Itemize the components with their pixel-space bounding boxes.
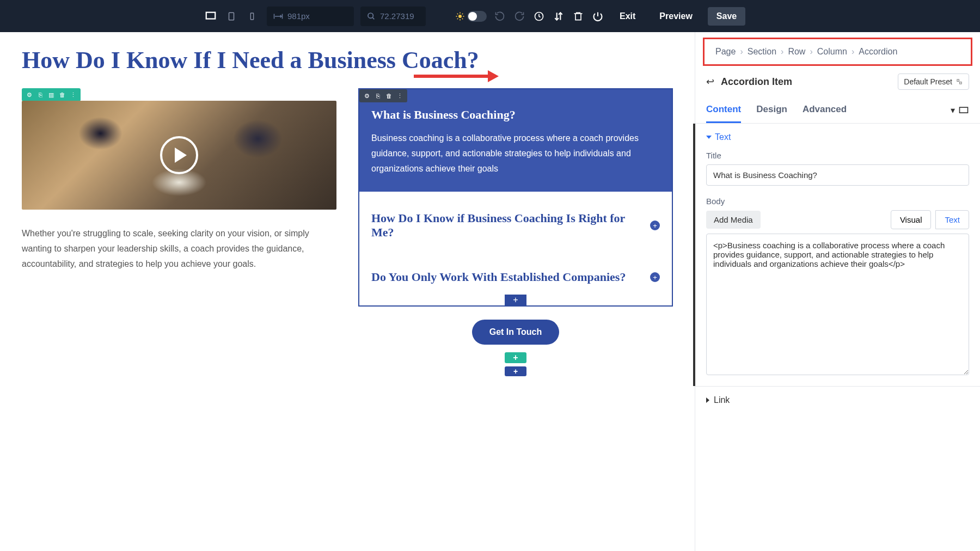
link-section-label: Link [714, 395, 730, 405]
triangle-down-icon [706, 136, 712, 139]
panel-title: Accordion Item [721, 76, 792, 88]
svg-rect-0 [206, 12, 216, 19]
page-title: How Do I Know If I Need a Business Coach… [22, 45, 673, 75]
history-icon[interactable] [532, 10, 546, 23]
save-button[interactable]: Save [708, 7, 745, 26]
svg-line-14 [462, 18, 463, 19]
expand-icon[interactable]: + [650, 221, 660, 230]
power-icon[interactable] [591, 10, 604, 23]
preset-button[interactable]: Default Preset [898, 74, 969, 90]
duplicate-icon[interactable]: ⎘ [36, 90, 45, 99]
svg-line-15 [457, 18, 458, 19]
mobile-device-icon[interactable] [244, 8, 260, 25]
play-button-icon[interactable] [160, 136, 198, 174]
section-toggle-text[interactable]: Text [706, 132, 969, 142]
breadcrumb-item[interactable]: Section [748, 47, 776, 57]
zoom-input[interactable]: 72.27319 [360, 7, 426, 26]
chevron-right-icon: › [781, 47, 783, 57]
svg-line-16 [462, 13, 463, 14]
annotation-arrow [414, 75, 490, 78]
breadcrumb: Page › Section › Row › Column › Accordio… [703, 38, 972, 66]
accordion-title: How Do I Know if Business Coaching Is Ri… [371, 211, 641, 240]
module-controls-video[interactable]: ⚙ ⎘ ▥ 🗑 ⋮ [22, 88, 81, 101]
gear-icon[interactable]: ⚙ [25, 90, 34, 99]
triangle-right-icon [706, 397, 709, 403]
trash-icon[interactable] [572, 10, 585, 23]
settings-tabs: Content Design Advanced ▾ [695, 97, 980, 124]
left-column: ⚙ ⎘ ▥ 🗑 ⋮ Whether you're struggling to s… [22, 88, 336, 376]
body-field-label: Body [706, 197, 969, 206]
theme-toggle[interactable] [455, 11, 487, 22]
add-item-button[interactable]: + [505, 295, 526, 305]
accordion-title: Do You Only Work With Established Compan… [371, 270, 626, 284]
desktop-device-icon[interactable] [203, 8, 219, 25]
svg-rect-23 [960, 107, 968, 113]
module-controls-accordion[interactable]: ⚙ ⎘ 🗑 ⋮ [359, 89, 407, 102]
columns-icon[interactable]: ▥ [47, 90, 56, 99]
undo-icon[interactable] [493, 10, 506, 23]
left-body-text: Whether you're struggling to scale, seek… [22, 226, 336, 272]
right-column: ⚙ ⎘ 🗑 ⋮ What is Business Coaching? Busin… [358, 88, 673, 376]
exit-button[interactable]: Exit [611, 7, 644, 26]
svg-rect-21 [957, 79, 959, 82]
duplicate-icon[interactable]: ⎘ [373, 91, 382, 100]
chevron-right-icon: › [810, 47, 812, 57]
canvas-width-input[interactable]: 981px [267, 7, 354, 26]
svg-rect-22 [960, 82, 962, 84]
video-thumbnail[interactable] [22, 101, 336, 210]
accordion-title: What is Business Coaching? [371, 108, 660, 122]
section-label: Text [715, 132, 731, 142]
breadcrumb-item[interactable]: Row [788, 47, 805, 57]
svg-point-6 [368, 13, 373, 18]
visual-tab[interactable]: Visual [891, 210, 932, 229]
preset-label: Default Preset [904, 77, 952, 86]
desktop-icon[interactable] [958, 105, 969, 116]
chevron-right-icon: › [740, 47, 743, 57]
svg-line-13 [457, 13, 458, 14]
redo-icon[interactable] [513, 10, 526, 23]
top-toolbar: 981px 72.27319 Exit Preview Save [0, 0, 980, 32]
svg-rect-1 [229, 13, 234, 20]
tab-design[interactable]: Design [756, 97, 787, 123]
accordion-body: Business coaching is a collaborative pro… [371, 131, 660, 176]
breadcrumb-item[interactable]: Accordion [859, 47, 897, 57]
svg-point-8 [458, 15, 462, 18]
title-input[interactable] [706, 164, 969, 186]
section-toggle-link[interactable]: Link [695, 386, 980, 414]
more-icon[interactable]: ⋮ [69, 90, 77, 99]
chevron-down-icon[interactable]: ▾ [951, 105, 955, 115]
add-media-button[interactable]: Add Media [706, 211, 761, 229]
accordion-item-closed[interactable]: Do You Only Work With Established Compan… [359, 259, 672, 295]
cta-button[interactable]: Get In Touch [472, 320, 560, 345]
add-row-button[interactable]: + [505, 366, 526, 376]
sort-icon[interactable] [552, 10, 565, 23]
settings-sidebar: Page › Section › Row › Column › Accordio… [695, 32, 980, 551]
tab-content[interactable]: Content [706, 97, 741, 123]
expand-icon[interactable]: + [650, 272, 660, 282]
text-tab[interactable]: Text [935, 210, 969, 229]
preview-button[interactable]: Preview [651, 7, 701, 26]
editor-canvas: How Do I Know If I Need a Business Coach… [0, 32, 695, 551]
chevron-right-icon: › [852, 47, 854, 57]
device-group [203, 8, 260, 25]
back-arrow-icon[interactable]: ↩ [706, 76, 714, 88]
gear-icon[interactable]: ⚙ [363, 91, 371, 100]
svg-rect-2 [250, 13, 253, 20]
zoom-value: 72.27319 [380, 11, 414, 21]
accordion-item-open[interactable]: ⚙ ⎘ 🗑 ⋮ What is Business Coaching? Busin… [359, 89, 672, 192]
breadcrumb-item[interactable]: Page [715, 47, 736, 57]
breadcrumb-item[interactable]: Column [817, 47, 847, 57]
more-icon[interactable]: ⋮ [395, 91, 404, 100]
title-field-label: Title [706, 151, 969, 160]
add-module-button[interactable]: + [505, 352, 526, 363]
tablet-device-icon[interactable] [223, 8, 240, 25]
accordion-item-closed[interactable]: How Do I Know if Business Coaching Is Ri… [359, 200, 672, 250]
svg-line-7 [372, 17, 374, 19]
trash-icon[interactable]: 🗑 [58, 90, 66, 99]
accordion-module: ⚙ ⎘ 🗑 ⋮ What is Business Coaching? Busin… [358, 88, 673, 307]
tab-advanced[interactable]: Advanced [803, 97, 847, 123]
trash-icon[interactable]: 🗑 [384, 91, 393, 100]
body-textarea[interactable] [706, 234, 969, 375]
width-value: 981px [287, 11, 310, 21]
